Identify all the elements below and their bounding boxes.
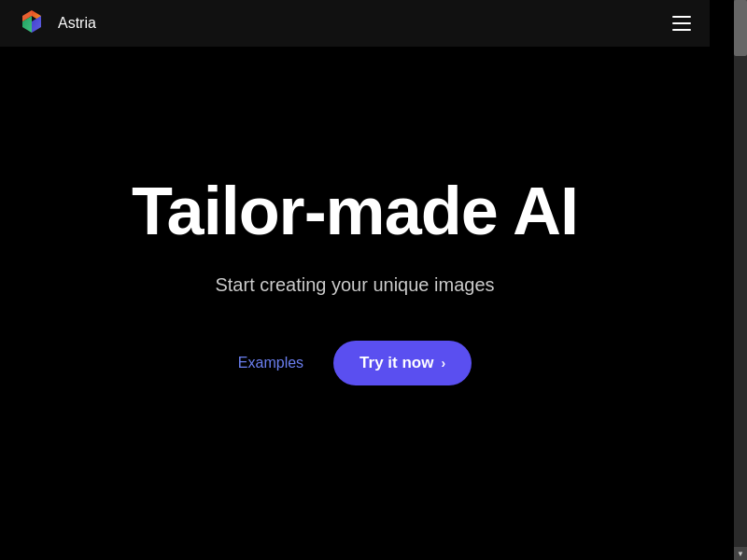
hero-title: Tailor-made AI	[132, 175, 578, 248]
brand: Astria	[15, 7, 96, 40]
hamburger-menu-button[interactable]	[669, 12, 695, 35]
try-now-button[interactable]: Try it now ›	[333, 341, 472, 385]
scrollbar-thumb[interactable]	[734, 0, 747, 56]
logo-icon	[15, 7, 49, 40]
hero-section: Tailor-made AI Start creating your uniqu…	[0, 0, 710, 560]
scrollbar: ▲ ▼	[734, 0, 747, 560]
hamburger-line-3	[672, 29, 691, 31]
scrollbar-arrow-down[interactable]: ▼	[734, 547, 747, 560]
try-now-label: Try it now	[359, 354, 433, 372]
hero-subtitle: Start creating your unique images	[215, 274, 494, 296]
brand-name-label: Astria	[58, 15, 96, 32]
hamburger-line-2	[672, 22, 691, 24]
navbar: Astria	[0, 0, 710, 47]
examples-link[interactable]: Examples	[238, 355, 303, 371]
hero-actions: Examples Try it now ›	[238, 341, 472, 385]
hamburger-line-1	[672, 16, 691, 18]
chevron-right-icon: ›	[441, 356, 445, 371]
